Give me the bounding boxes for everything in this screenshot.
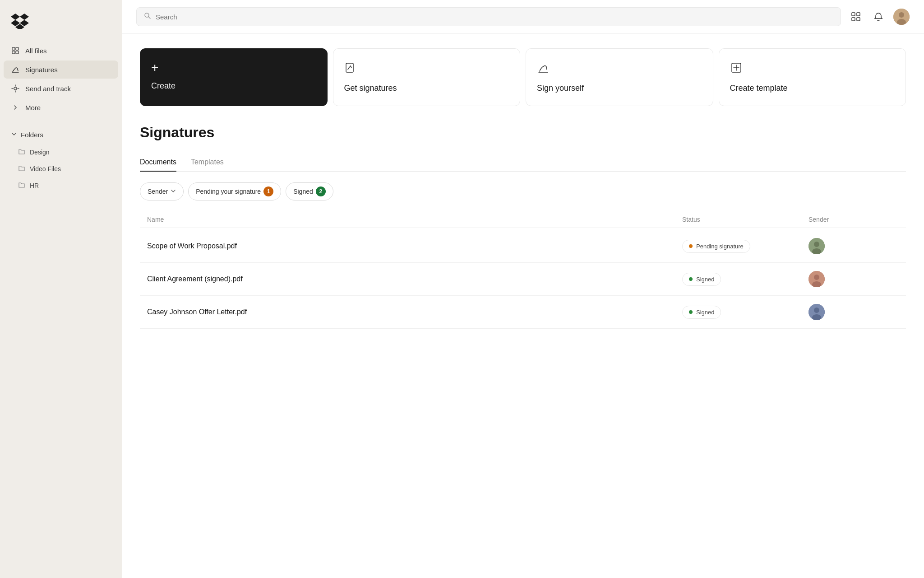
table-row[interactable]: Casey Johnson Offer Letter.pdf Signed	[140, 296, 906, 329]
notifications-button[interactable]	[871, 9, 886, 24]
sender-avatar-img	[808, 271, 825, 287]
tab-documents[interactable]: Documents	[140, 154, 176, 172]
svg-rect-14	[857, 18, 860, 21]
sender-chevron-icon	[171, 188, 176, 195]
sender-avatar	[808, 304, 825, 320]
sender-avatar	[808, 271, 825, 287]
search-icon	[144, 12, 151, 21]
sender-avatar	[808, 238, 825, 254]
folder-list: Design Video Files HR	[4, 142, 118, 193]
main-content: + Create Get signatures	[122, 0, 924, 578]
col-name-header: Name	[147, 216, 682, 223]
signed-filter[interactable]: Signed 2	[286, 182, 333, 200]
get-signatures-card[interactable]: Get signatures	[333, 48, 521, 106]
search-input[interactable]	[156, 13, 833, 21]
get-signatures-label: Get signatures	[344, 84, 509, 93]
table-header: Name Status Sender	[140, 211, 906, 228]
folder-label: Design	[30, 149, 50, 156]
pending-signature-filter[interactable]: Pending your signature 1	[188, 182, 281, 200]
tabs: Documents Templates	[140, 154, 906, 172]
sidebar-item-video-files[interactable]: Video Files	[11, 161, 118, 177]
status-badge: Pending signature	[682, 240, 750, 253]
folders-header[interactable]: Folders	[4, 127, 118, 142]
table-row[interactable]: Client Agreement (signed).pdf Signed	[140, 263, 906, 296]
create-card[interactable]: + Create	[140, 48, 328, 106]
documents-table: Name Status Sender Scope of Work Proposa…	[140, 211, 906, 329]
content-area: + Create Get signatures	[122, 34, 924, 578]
sender-cell	[808, 304, 899, 320]
sidebar-item-label: Signatures	[25, 66, 58, 74]
bell-icon	[873, 12, 883, 22]
sender-cell	[808, 238, 899, 254]
status-badge: Signed	[682, 306, 721, 319]
folders-label: Folders	[21, 131, 43, 139]
svg-rect-18	[346, 63, 353, 72]
search-bar[interactable]	[136, 7, 841, 26]
sender-label: Sender	[148, 188, 168, 195]
grid-icon-button[interactable]	[848, 9, 864, 24]
sidebar-nav: All files Signatures	[0, 42, 122, 117]
folder-label: Video Files	[30, 165, 61, 172]
create-template-card[interactable]: Create template	[719, 48, 906, 106]
sender-cell	[808, 271, 899, 287]
sidebar-item-label: All files	[25, 47, 47, 55]
tab-templates[interactable]: Templates	[191, 154, 224, 172]
svg-line-10	[148, 17, 150, 19]
doc-name: Casey Johnson Offer Letter.pdf	[147, 308, 682, 316]
dropbox-logo[interactable]	[0, 7, 122, 42]
status-cell: Signed	[682, 306, 808, 319]
status-dot	[689, 277, 693, 281]
sender-avatar-img	[808, 238, 825, 254]
sidebar-item-design[interactable]: Design	[11, 144, 118, 160]
create-plus-icon: +	[151, 61, 316, 74]
status-dot	[689, 310, 693, 314]
status-label: Signed	[696, 309, 714, 316]
status-label: Signed	[696, 276, 714, 283]
signed-label: Signed	[293, 188, 313, 195]
sidebar: All files Signatures	[0, 0, 122, 578]
user-avatar[interactable]	[893, 9, 910, 25]
sidebar-item-signatures[interactable]: Signatures	[4, 61, 118, 79]
sidebar-item-label: Send and track	[25, 85, 71, 93]
sidebar-item-label: More	[25, 104, 41, 112]
signatures-icon	[11, 65, 20, 74]
sidebar-item-all-files[interactable]: All files	[4, 42, 118, 60]
svg-point-24	[814, 242, 819, 247]
svg-rect-1	[16, 47, 18, 50]
svg-rect-0	[12, 47, 15, 50]
doc-name: Scope of Work Proposal.pdf	[147, 242, 682, 250]
create-template-label: Create template	[730, 84, 895, 93]
chevron-right-icon	[11, 103, 20, 112]
action-cards: + Create Get signatures	[140, 48, 906, 106]
header-actions	[848, 9, 910, 25]
page-title: Signatures	[140, 124, 906, 141]
svg-point-30	[814, 308, 819, 313]
svg-point-4	[14, 87, 17, 90]
sender-avatar-img	[808, 304, 825, 320]
folder-label: HR	[30, 182, 39, 189]
svg-rect-3	[16, 51, 18, 54]
sender-filter[interactable]: Sender	[140, 182, 184, 200]
send-icon	[11, 84, 20, 93]
create-template-icon	[730, 61, 895, 76]
doc-name: Client Agreement (signed).pdf	[147, 275, 682, 283]
folders-section: Folders Design Video Files	[0, 127, 122, 193]
sidebar-item-hr[interactable]: HR	[11, 177, 118, 193]
sign-yourself-card[interactable]: Sign yourself	[526, 48, 713, 106]
status-label: Pending signature	[696, 243, 744, 250]
status-cell: Pending signature	[682, 240, 808, 253]
svg-rect-12	[857, 13, 860, 16]
header	[122, 0, 924, 34]
svg-rect-2	[12, 51, 15, 54]
folder-icon	[18, 148, 25, 156]
table-row[interactable]: Scope of Work Proposal.pdf Pending signa…	[140, 230, 906, 263]
sign-yourself-label: Sign yourself	[537, 84, 702, 93]
get-signatures-icon	[344, 61, 509, 76]
svg-point-16	[899, 12, 904, 18]
sidebar-item-send-and-track[interactable]: Send and track	[4, 79, 118, 98]
pending-count-badge: 1	[263, 186, 273, 196]
status-cell: Signed	[682, 273, 808, 286]
sidebar-item-more[interactable]: More	[4, 98, 118, 117]
col-sender-header: Sender	[808, 216, 899, 223]
files-icon	[11, 46, 20, 55]
